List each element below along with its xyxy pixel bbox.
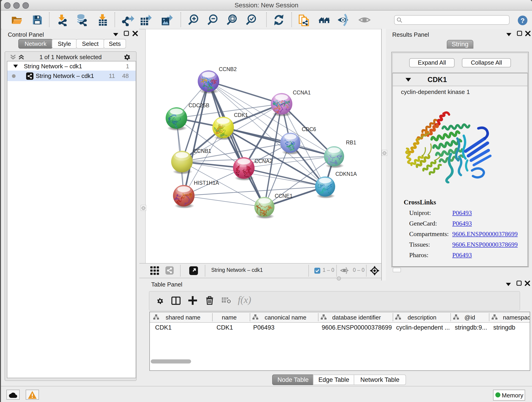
svg-text:CDK1: CDK1 xyxy=(234,112,248,118)
svg-text:CCNA1: CCNA1 xyxy=(293,89,311,96)
svg-text:CDC6: CDC6 xyxy=(302,126,316,132)
svg-text:RB1: RB1 xyxy=(346,140,356,146)
svg-text:CDC25B: CDC25B xyxy=(189,102,209,108)
svg-text:CCNE1: CCNE1 xyxy=(275,193,293,199)
svg-text:CCNB1: CCNB1 xyxy=(193,148,211,154)
svg-text:CDKN1A: CDKN1A xyxy=(336,171,357,177)
svg-text:CCNA2: CCNA2 xyxy=(254,158,272,164)
svg-text:CCNB2: CCNB2 xyxy=(219,66,237,72)
svg-text:HIST1H1A: HIST1H1A xyxy=(194,180,219,186)
